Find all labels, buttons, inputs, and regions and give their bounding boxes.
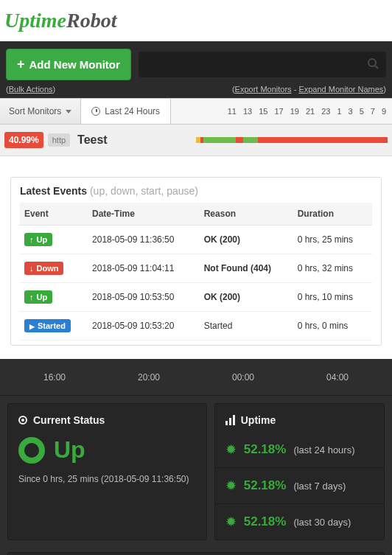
logo-part2: Robot bbox=[66, 9, 116, 32]
logo-part1: Uptime bbox=[4, 9, 66, 32]
events-panel: Latest Events (up, down, start, pause) E… bbox=[10, 177, 382, 346]
uptime-range: (last 7 days) bbox=[293, 481, 346, 492]
status-ring-icon bbox=[18, 437, 45, 464]
uptime-range: (last 30 days) bbox=[293, 517, 351, 528]
svg-line-1 bbox=[375, 66, 378, 69]
table-row: Down2018-05-09 11:04:11Not Found (404)0 … bbox=[20, 254, 372, 283]
timeline-tick: 20:00 bbox=[138, 372, 160, 383]
logo[interactable]: UptimeRobot bbox=[0, 0, 392, 41]
status-since: Since 0 hrs, 25 mins (2018-05-09 11:36:5… bbox=[18, 474, 196, 484]
filter-bar: Sort Monitors Last 24 Hours 111315171921… bbox=[0, 98, 392, 125]
caret-down-icon bbox=[66, 110, 71, 114]
cell: 0 hrs, 25 mins bbox=[293, 226, 372, 254]
hour-tick[interactable]: 3 bbox=[349, 107, 353, 116]
cell: OK (200) bbox=[200, 226, 293, 254]
cell: 2018-05-09 11:36:50 bbox=[88, 226, 200, 254]
search-wrap[interactable] bbox=[139, 52, 386, 77]
uptime-row: ✹52.18%(last 7 days) bbox=[215, 467, 384, 503]
hours-axis: 1113151719212313579 bbox=[171, 99, 392, 124]
export-monitors-link[interactable]: Export Monitors bbox=[235, 85, 292, 94]
uptime-pct-badge: 40.99% bbox=[4, 132, 43, 148]
hour-tick[interactable]: 19 bbox=[290, 107, 299, 116]
timeline-tick: 00:00 bbox=[232, 372, 254, 383]
arrow-down-icon bbox=[29, 264, 34, 273]
time-range-label: Last 24 Hours bbox=[105, 106, 160, 116]
col-reason: Reason bbox=[200, 203, 293, 226]
monitor-timeline-bar bbox=[196, 137, 388, 143]
hour-tick[interactable]: 15 bbox=[259, 107, 267, 116]
hour-tick[interactable]: 17 bbox=[274, 107, 283, 116]
cell: 2018-05-09 10:53:50 bbox=[88, 283, 200, 312]
event-badge-down: Down bbox=[24, 262, 63, 275]
burst-icon: ✹ bbox=[225, 478, 237, 494]
col-event: Event bbox=[20, 203, 88, 226]
timeline-tick: 04:00 bbox=[326, 372, 349, 383]
monitor-type-badge: http bbox=[48, 133, 70, 147]
table-row: Started2018-05-09 10:53:20Started0 hrs, … bbox=[20, 312, 372, 341]
status-icon bbox=[18, 416, 27, 425]
arrow-up-icon bbox=[29, 293, 34, 301]
svg-point-0 bbox=[368, 59, 376, 66]
sort-label: Sort Monitors bbox=[9, 106, 61, 116]
search-icon[interactable] bbox=[367, 57, 379, 71]
time-range-button[interactable]: Last 24 Hours bbox=[81, 99, 171, 124]
hour-tick[interactable]: 7 bbox=[371, 107, 375, 116]
uptime-card: Uptime ✹52.18%(last 24 hours)✹52.18%(las… bbox=[214, 403, 385, 540]
uptime-row: ✹52.18%(last 24 hours) bbox=[215, 432, 384, 467]
current-status-card: Current Status Up Since 0 hrs, 25 mins (… bbox=[7, 403, 207, 540]
search-input[interactable] bbox=[146, 59, 367, 70]
uptime-range: (last 24 hours) bbox=[293, 444, 354, 455]
timeline-tick: 16:00 bbox=[43, 372, 66, 383]
status-title: Current Status bbox=[33, 414, 105, 426]
time-axis: 16:0020:0000:0004:00 bbox=[0, 359, 392, 396]
table-row: Up2018-05-09 10:53:50OK (200)0 hrs, 10 m… bbox=[20, 283, 372, 312]
col-datetime: Date-Time bbox=[88, 203, 200, 226]
uptime-pct: 52.18% bbox=[244, 514, 287, 529]
uptime-pct: 52.18% bbox=[244, 478, 287, 493]
events-title: Latest Events (up, down, start, pause) bbox=[20, 185, 372, 197]
burst-icon: ✹ bbox=[225, 441, 237, 458]
hour-tick[interactable]: 21 bbox=[306, 107, 315, 116]
monitor-name: Teest bbox=[77, 133, 108, 147]
bars-icon bbox=[225, 415, 235, 425]
uptime-pct: 52.18% bbox=[244, 442, 287, 457]
cell: OK (200) bbox=[200, 283, 293, 312]
event-badge-up: Up bbox=[24, 233, 52, 246]
hour-tick[interactable]: 9 bbox=[382, 107, 386, 116]
cell: Not Found (404) bbox=[200, 254, 293, 283]
event-badge-up: Up bbox=[24, 290, 52, 304]
play-icon bbox=[29, 321, 35, 330]
event-badge-started: Started bbox=[24, 319, 71, 332]
col-duration: Duration bbox=[293, 203, 372, 226]
uptime-title: Uptime bbox=[241, 414, 276, 426]
sort-monitors-button[interactable]: Sort Monitors bbox=[0, 99, 81, 124]
monitor-row[interactable]: 40.99% http Teest bbox=[0, 125, 392, 156]
burst-icon: ✹ bbox=[225, 514, 237, 530]
expand-names-link[interactable]: Expand Monitor Names bbox=[298, 85, 383, 94]
cell: 0 hrs, 10 mins bbox=[293, 283, 372, 312]
hour-tick[interactable]: 13 bbox=[243, 107, 252, 116]
uptime-row: ✹52.18%(last 30 days) bbox=[215, 503, 384, 540]
hour-tick[interactable]: 1 bbox=[337, 107, 341, 116]
add-monitor-button[interactable]: + Add New Monitor bbox=[6, 49, 131, 80]
bulk-actions-link[interactable]: Bulk Actions bbox=[9, 85, 53, 94]
dashboard: 16:0020:0000:0004:00 Current Status Up S… bbox=[0, 359, 392, 555]
clock-icon bbox=[91, 107, 100, 116]
hour-tick[interactable]: 11 bbox=[228, 107, 237, 116]
events-table: Event Date-Time Reason Duration Up2018-0… bbox=[20, 203, 372, 341]
downtime-card: Latest downtime It was recorded on 2018-… bbox=[7, 552, 385, 555]
hour-tick[interactable]: 23 bbox=[321, 107, 330, 116]
cell: 0 hrs, 32 mins bbox=[293, 254, 372, 283]
table-row: Up2018-05-09 11:36:50OK (200)0 hrs, 25 m… bbox=[20, 226, 372, 254]
cell: Started bbox=[200, 312, 293, 341]
arrow-up-icon bbox=[29, 235, 34, 244]
cell: 0 hrs, 0 mins bbox=[293, 312, 372, 341]
add-monitor-label: Add New Monitor bbox=[29, 58, 120, 71]
status-value: Up bbox=[54, 436, 85, 464]
plus-icon: + bbox=[17, 57, 25, 72]
cell: 2018-05-09 10:53:20 bbox=[88, 312, 200, 341]
hour-tick[interactable]: 5 bbox=[360, 107, 364, 116]
toolbar: + Add New Monitor (Bulk Actions) (Export… bbox=[0, 41, 392, 98]
cell: 2018-05-09 11:04:11 bbox=[88, 254, 200, 283]
